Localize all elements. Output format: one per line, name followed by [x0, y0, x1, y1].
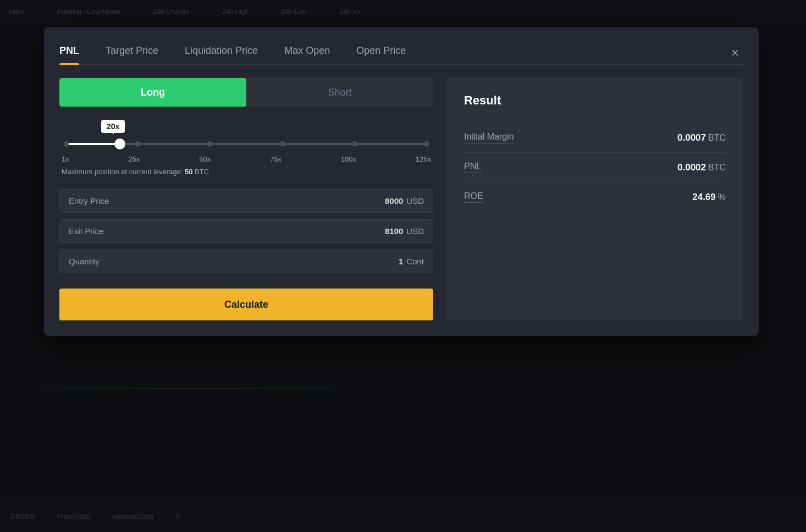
- exit-price-unit: USD: [406, 226, 424, 236]
- tabs-row: PNL Target Price Liquidation Price Max O…: [59, 41, 743, 65]
- result-row-pnl: PNL 0.0002BTC: [464, 153, 726, 182]
- label-100x: 100x: [341, 155, 356, 163]
- result-panel: Result Initial Margin 0.0007BTC PNL 0.00…: [446, 78, 743, 320]
- result-row-roe: ROE 24.69%: [464, 182, 726, 212]
- quantity-field[interactable]: Quantity 1 Cont: [59, 250, 433, 273]
- exit-price-label: Exit Price: [69, 226, 385, 236]
- long-short-toggle: Long Short: [59, 78, 433, 107]
- slider-labels: 1x 25x 50x 75x 100x 125x: [62, 155, 431, 163]
- max-position-text: Maximum position at current leverage: 50…: [62, 168, 431, 176]
- tab-open-price[interactable]: Open Price: [343, 41, 419, 64]
- pnl-value: 0.0002BTC: [677, 162, 726, 173]
- tab-liquidation-price[interactable]: Liquidation Price: [172, 41, 271, 64]
- label-125x: 125x: [416, 155, 431, 163]
- entry-price-field[interactable]: Entry Price 8000 USD: [59, 189, 433, 213]
- pnl-label: PNL: [464, 162, 481, 173]
- quantity-value: 1: [399, 257, 403, 266]
- result-row-initial-margin: Initial Margin 0.0007BTC: [464, 123, 726, 153]
- initial-margin-label: Initial Margin: [464, 132, 514, 143]
- close-button[interactable]: ×: [727, 46, 743, 59]
- tab-pnl[interactable]: PNL: [59, 41, 92, 64]
- left-panel: Long Short 20x: [59, 78, 433, 320]
- roe-value: 24.69%: [692, 192, 726, 203]
- content-area: Long Short 20x: [59, 78, 743, 320]
- quantity-label: Quantity: [69, 257, 399, 266]
- roe-label: ROE: [464, 191, 483, 203]
- initial-margin-value: 0.0007BTC: [677, 132, 726, 143]
- entry-price-value: 8000: [385, 196, 403, 206]
- result-title: Result: [464, 93, 726, 108]
- tab-max-open[interactable]: Max Open: [271, 41, 343, 64]
- entry-price-label: Entry Price: [69, 196, 385, 206]
- label-25x: 25x: [129, 155, 140, 163]
- label-50x: 50x: [199, 155, 211, 163]
- exit-price-value: 8100: [385, 226, 403, 236]
- label-1x: 1x: [62, 155, 69, 163]
- tab-target-price[interactable]: Target Price: [92, 41, 172, 64]
- calculator-modal: PNL Target Price Liquidation Price Max O…: [44, 27, 759, 336]
- long-button[interactable]: Long: [59, 78, 246, 107]
- exit-price-field[interactable]: Exit Price 8100 USD: [59, 219, 433, 243]
- entry-price-unit: USD: [406, 196, 424, 206]
- leverage-area: 20x 1x 25x: [59, 120, 433, 176]
- leverage-slider-wrapper: [66, 137, 427, 151]
- short-button[interactable]: Short: [246, 78, 433, 107]
- quantity-unit: Cont: [406, 257, 424, 266]
- leverage-tooltip: 20x: [101, 120, 125, 133]
- calculate-button[interactable]: Calculate: [59, 289, 433, 320]
- label-75x: 75x: [270, 155, 281, 163]
